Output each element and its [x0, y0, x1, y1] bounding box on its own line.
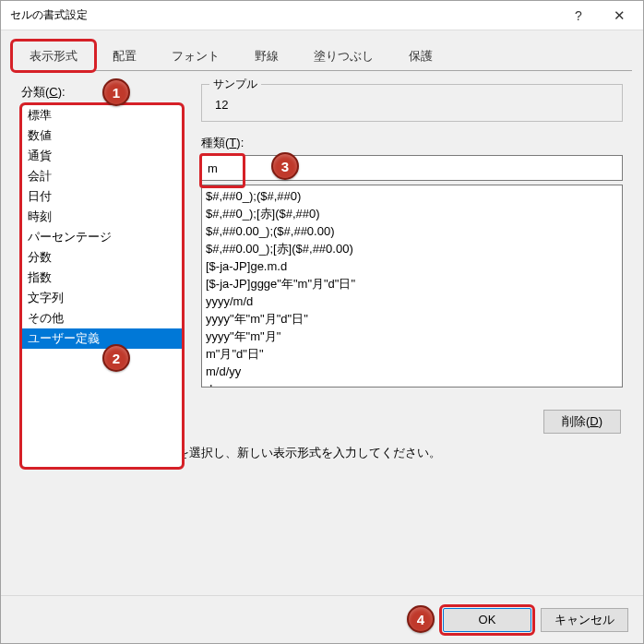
list-item[interactable]: m/d/yy — [206, 363, 618, 380]
list-item[interactable]: [$-ja-JP]ggge"年"m"月"d"日" — [206, 275, 618, 292]
titlebar: セルの書式設定 ? ✕ — [1, 1, 643, 30]
left-column: 分類(C): 標準 数値 通貨 会計 日付 時刻 パーセンテージ 分数 指数 文… — [21, 84, 183, 586]
list-item[interactable]: $#,##0_);[赤]($#,##0) — [206, 205, 618, 222]
help-button[interactable]: ? — [558, 2, 599, 30]
tab-protection[interactable]: 保護 — [391, 41, 450, 71]
callout-4: 4 — [407, 605, 435, 633]
cancel-button[interactable]: キャンセル — [541, 608, 628, 632]
list-item[interactable]: 指数 — [22, 268, 182, 288]
sample-group: サンプル 12 — [201, 84, 623, 122]
list-item[interactable]: 分数 — [22, 247, 182, 268]
list-item[interactable]: 文字列 — [22, 288, 182, 308]
format-cells-dialog: セルの書式設定 ? ✕ 表示形式 配置 フォント 野線 塗りつぶし 保護 分類(… — [0, 0, 644, 644]
tabs: 表示形式 配置 フォント 野線 塗りつぶし 保護 — [1, 30, 643, 70]
list-item[interactable]: $#,##0.00_);($#,##0.00) — [206, 222, 618, 240]
list-item[interactable]: m"月"d"日" — [206, 345, 618, 363]
type-input[interactable] — [201, 155, 623, 181]
list-item[interactable]: 時刻 — [22, 207, 182, 227]
tab-number-format[interactable]: 表示形式 — [12, 41, 95, 71]
close-button[interactable]: ✕ — [599, 2, 639, 30]
list-item[interactable]: パーセンテージ — [22, 227, 182, 247]
footer: 4 OK キャンセル — [1, 595, 643, 643]
sample-label: サンプル — [209, 77, 261, 92]
tab-border[interactable]: 野線 — [237, 41, 296, 71]
right-column: サンプル 12 種類(T): 3 $#,##0_);($#,##0) $#,##… — [201, 84, 623, 586]
tab-fill[interactable]: 塗りつぶし — [296, 41, 391, 71]
list-item[interactable]: 数値 — [22, 125, 182, 146]
list-item[interactable]: d-mmm-yy — [206, 380, 618, 388]
delete-button[interactable]: 削除(D) — [543, 410, 621, 434]
list-item[interactable]: 会計 — [22, 166, 182, 186]
list-item[interactable]: yyyy"年"m"月" — [206, 328, 618, 345]
list-item[interactable]: $#,##0.00_);[赤]($#,##0.00) — [206, 240, 618, 257]
list-item[interactable]: 標準 — [22, 105, 182, 125]
ok-button[interactable]: OK — [443, 608, 531, 632]
list-item[interactable]: yyyy"年"m"月"d"日" — [206, 310, 618, 328]
list-item[interactable]: $#,##0_);($#,##0) — [206, 187, 618, 205]
list-item[interactable]: 日付 — [22, 186, 182, 207]
dialog-title: セルの書式設定 — [10, 7, 558, 23]
list-item[interactable]: その他 — [22, 308, 182, 328]
tab-alignment[interactable]: 配置 — [95, 41, 154, 71]
type-label: 種類(T): — [201, 135, 244, 151]
sample-value: 12 — [211, 92, 613, 112]
list-item[interactable]: ユーザー定義 — [22, 328, 182, 349]
category-listbox[interactable]: 標準 数値 通貨 会計 日付 時刻 パーセンテージ 分数 指数 文字列 その他 … — [21, 104, 183, 468]
category-label: 分類(C): — [21, 84, 66, 101]
list-item[interactable]: [$-ja-JP]ge.m.d — [206, 257, 618, 275]
list-item[interactable]: 通貨 — [22, 146, 182, 166]
format-listbox[interactable]: $#,##0_);($#,##0) $#,##0_);[赤]($#,##0) $… — [201, 185, 623, 388]
tab-font[interactable]: フォント — [154, 41, 237, 71]
list-item[interactable]: yyyy/m/d — [206, 292, 618, 310]
content-area: 分類(C): 標準 数値 通貨 会計 日付 時刻 パーセンテージ 分数 指数 文… — [1, 71, 643, 595]
